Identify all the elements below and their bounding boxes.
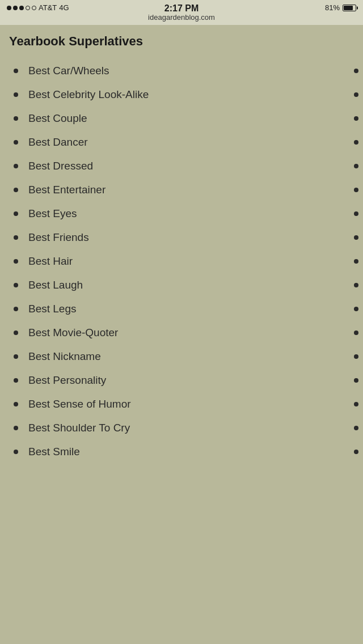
list-item[interactable]: Best Dancer	[9, 130, 354, 154]
list-item[interactable]: Best Hair	[9, 249, 354, 273]
right-bullet-icon	[354, 69, 358, 73]
bullet-icon	[14, 69, 18, 73]
bullet-icon	[14, 354, 18, 359]
battery-fill	[344, 6, 353, 10]
time-display: 2:17 PM	[164, 3, 199, 14]
list-item-label: Best Eyes	[28, 207, 77, 220]
list-item[interactable]: Best Dressed	[9, 154, 354, 178]
list-item-label: Best Couple	[28, 112, 87, 125]
superlatives-list: Best Car/WheelsBest Celebrity Look-Alike…	[9, 59, 354, 464]
list-item[interactable]: Best Couple	[9, 107, 354, 130]
list-item-label: Best Celebrity Look-Alike	[28, 88, 149, 101]
list-item[interactable]: Best Personality	[9, 368, 354, 392]
list-item-label: Best Laugh	[28, 279, 83, 291]
list-item-label: Best Friends	[28, 231, 89, 244]
bullet-icon	[14, 378, 18, 383]
list-item-label: Best Legs	[28, 303, 77, 315]
list-item-label: Best Nickname	[28, 350, 101, 363]
main-content: Yearbook Superlatives Best Car/WheelsBes…	[0, 25, 363, 475]
right-bullet-icon	[354, 283, 358, 287]
signal-icon	[7, 6, 36, 10]
list-item-label: Best Dancer	[28, 136, 88, 149]
battery-icon	[343, 5, 356, 11]
list-item-label: Best Sense of Humor	[28, 398, 131, 410]
bullet-icon	[14, 283, 18, 287]
bullet-icon	[14, 211, 18, 216]
right-bullet-icon	[354, 307, 358, 311]
network-type: 4G	[59, 3, 69, 12]
bullet-icon	[14, 140, 18, 145]
list-item-label: Best Movie-Quoter	[28, 327, 118, 339]
right-bullet-icon	[354, 426, 358, 430]
bullet-icon	[14, 450, 18, 454]
right-bullet-icon	[354, 211, 358, 216]
list-item-label: Best Car/Wheels	[28, 65, 109, 77]
list-item[interactable]: Best Movie-Quoter	[9, 321, 354, 345]
bullet-icon	[14, 307, 18, 311]
right-bullet-icon	[354, 92, 358, 97]
list-item-label: Best Dressed	[28, 160, 93, 172]
right-bullet-icon	[354, 259, 358, 264]
right-bullet-icon	[354, 354, 358, 359]
battery-percent: 81%	[325, 3, 340, 12]
bullet-icon	[14, 235, 18, 240]
list-item-label: Best Shoulder To Cry	[28, 422, 130, 434]
right-bullet-icon	[354, 402, 358, 406]
list-item[interactable]: Best Nickname	[9, 345, 354, 368]
carrier-label: AT&T	[39, 3, 57, 12]
list-item[interactable]: Best Friends	[9, 226, 354, 249]
right-bullet-icon	[354, 188, 358, 192]
list-item[interactable]: Best Celebrity Look-Alike	[9, 83, 354, 107]
list-item[interactable]: Best Sense of Humor	[9, 392, 354, 416]
right-bullet-icon	[354, 235, 358, 240]
battery-info: 81%	[325, 3, 356, 12]
bullet-icon	[14, 426, 18, 430]
bullet-icon	[14, 188, 18, 192]
list-item[interactable]: Best Legs	[9, 297, 354, 321]
url-bar[interactable]: ideagardenblog.com	[148, 12, 215, 24]
bullet-icon	[14, 164, 18, 168]
bullet-icon	[14, 116, 18, 121]
list-item-label: Best Hair	[28, 255, 73, 268]
right-bullet-icon	[354, 140, 358, 145]
list-item[interactable]: Best Laugh	[9, 273, 354, 297]
list-item-label: Best Smile	[28, 446, 80, 458]
bullet-icon	[14, 331, 18, 335]
right-bullet-icon	[354, 164, 358, 168]
list-item-label: Best Personality	[28, 374, 106, 387]
list-item[interactable]: Best Smile	[9, 440, 354, 464]
list-item-label: Best Entertainer	[28, 184, 105, 196]
list-item[interactable]: Best Entertainer	[9, 178, 354, 202]
bullet-icon	[14, 259, 18, 264]
carrier-info: AT&T 4G	[7, 3, 69, 12]
right-bullet-icon	[354, 331, 358, 335]
right-bullet-icon	[354, 378, 358, 383]
bullet-icon	[14, 402, 18, 406]
page-title: Yearbook Superlatives	[9, 34, 354, 49]
list-item[interactable]: Best Car/Wheels	[9, 59, 354, 83]
status-bar: AT&T 4G 2:17 PM 81% ideagardenblog.com	[0, 0, 363, 25]
bullet-icon	[14, 92, 18, 97]
right-bullet-icon	[354, 116, 358, 121]
list-item[interactable]: Best Eyes	[9, 202, 354, 226]
right-bullet-icon	[354, 450, 358, 454]
list-item[interactable]: Best Shoulder To Cry	[9, 416, 354, 440]
